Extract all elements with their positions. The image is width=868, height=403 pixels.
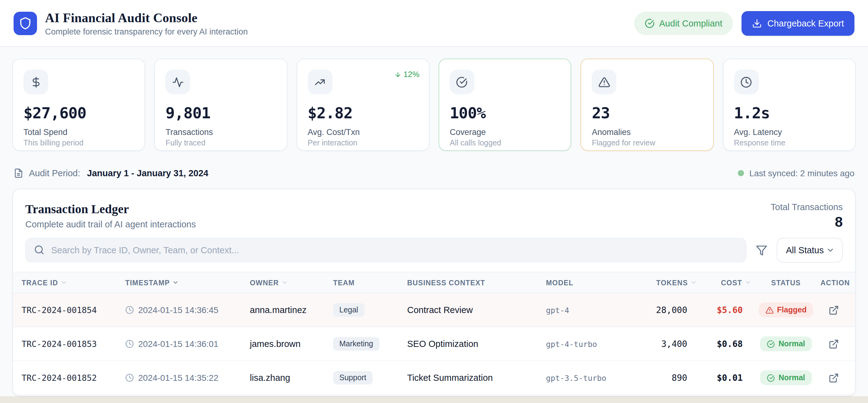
app: AI Financial Audit Console Complete fore… [0, 0, 868, 403]
column-header-timestamp[interactable]: TIMESTAMP [125, 279, 250, 286]
sync-status-text: Last synced: 2 minutes ago [749, 168, 855, 178]
stat-label: Total Spend [24, 128, 134, 137]
stat-label: Avg. Latency [734, 128, 844, 137]
model: gpt-3.5-turbo [546, 373, 632, 382]
business-context: Ticket Summarization [407, 373, 546, 383]
action-cell [820, 305, 846, 315]
clock-icon [125, 373, 134, 382]
stat-sublabel: Per interaction [308, 139, 418, 147]
stat-card-coverage: 100% Coverage All calls logged [439, 59, 571, 151]
stat-value: 1.2s [734, 104, 844, 122]
alert-triangle-icon [592, 70, 617, 94]
stat-value: 100% [450, 104, 560, 122]
column-header-trace-id[interactable]: TRACE ID [22, 279, 125, 286]
column-header-owner[interactable]: OWNER [250, 279, 333, 286]
stat-value: 9,801 [166, 104, 276, 122]
owner: anna.martinez [250, 305, 333, 315]
stat-sublabel: All calls logged [450, 139, 560, 147]
action-cell [820, 372, 846, 383]
main-content: $27,600 Total Spend This billing period … [0, 47, 868, 396]
app-logo [13, 11, 37, 35]
page-subtitle: Complete forensic transparency for every… [45, 27, 248, 36]
trending-up-icon [308, 70, 332, 94]
sync-status-dot [738, 170, 744, 176]
chargeback-export-button[interactable]: Chargeback Export [742, 11, 855, 35]
action-cell [820, 339, 846, 349]
tokens: 3,400 [632, 339, 697, 349]
page-bottom-strip [0, 396, 868, 403]
status-cell: Normal [751, 370, 820, 385]
audit-period-bar: Audit Period: January 1 - January 31, 20… [12, 164, 856, 182]
check-circle-icon [767, 340, 775, 348]
ledger-title: Transaction Ledger [25, 202, 843, 216]
timestamp: 2024-01-15 14:35:22 [125, 373, 250, 383]
column-header-cost[interactable]: COST [697, 279, 751, 286]
dollar-icon [24, 70, 48, 94]
delta-value: 12% [403, 70, 420, 79]
ledger-header: Transaction Ledger Complete audit trail … [13, 189, 855, 229]
stat-sublabel: Flagged for review [592, 139, 703, 147]
sort-chevron-icon [745, 279, 751, 286]
status-badge-flagged: Flagged [758, 303, 813, 317]
search-input[interactable] [25, 238, 746, 263]
chevron-down-icon [826, 246, 835, 255]
transaction-ledger-card: Transaction Ledger Complete audit trail … [12, 189, 856, 396]
audit-period-label: Audit Period: [29, 168, 80, 178]
status-cell: Normal [751, 336, 820, 351]
tokens: 28,000 [632, 305, 697, 315]
stat-label: Coverage [450, 128, 560, 137]
top-bar: AI Financial Audit Console Complete fore… [0, 0, 868, 47]
column-header-action: ACTION [820, 279, 850, 286]
sort-chevron-icon [173, 279, 179, 286]
check-circle-icon [450, 70, 474, 94]
column-header-team: TEAM [333, 279, 407, 286]
sort-chevron-icon [690, 279, 697, 286]
column-header-business-context: BUSINESS CONTEXT [407, 279, 546, 286]
stat-sublabel: Response time [734, 139, 844, 147]
owner: lisa.zhang [250, 373, 333, 383]
column-header-status: STATUS [751, 279, 820, 286]
total-transactions-value: 8 [771, 214, 843, 231]
timestamp: 2024-01-15 14:36:45 [125, 305, 250, 315]
stat-card-total-spend: $27,600 Total Spend This billing period [12, 59, 145, 151]
stat-sublabel: Fully traced [166, 139, 276, 147]
download-icon [752, 18, 762, 28]
check-circle-icon [644, 18, 654, 28]
model: gpt-4 [546, 305, 632, 314]
open-trace-button[interactable] [828, 339, 839, 349]
table-header-row: TRACE ID TIMESTAMP OWNER TEAM BUSINESS C… [13, 272, 855, 293]
stat-label: Anomalies [592, 128, 703, 137]
search-icon [34, 245, 44, 255]
ledger-toolbar: All Status [13, 238, 855, 263]
sort-chevron-icon [281, 279, 288, 286]
alert-triangle-icon [765, 306, 773, 314]
trace-id: TRC-2024-001853 [22, 339, 125, 349]
stat-card-avg-cost: 12% $2.82 Avg. Cost/Txn Per interaction [297, 59, 429, 151]
status-filter-select[interactable]: All Status [777, 238, 843, 263]
status-filter-value: All Status [786, 245, 824, 255]
open-trace-button[interactable] [828, 372, 839, 383]
clock-icon [734, 70, 758, 94]
stat-card-latency: 1.2s Avg. Latency Response time [723, 59, 856, 151]
column-header-model: MODEL [546, 279, 632, 286]
status-badge-normal: Normal [760, 336, 812, 351]
stat-value: $27,600 [24, 104, 134, 122]
arrow-down-icon [394, 71, 402, 78]
tokens: 890 [632, 373, 697, 383]
column-header-tokens[interactable]: TOKENS [632, 279, 697, 286]
open-trace-button[interactable] [828, 305, 839, 315]
cost: $0.68 [697, 339, 751, 349]
activity-icon [166, 70, 190, 94]
table-row: TRC-2024-001852 2024-01-15 14:35:22 lisa… [13, 361, 855, 395]
filter-icon [756, 244, 768, 256]
search-box [25, 238, 746, 263]
timestamp: 2024-01-15 14:36:01 [125, 339, 250, 349]
shield-icon [19, 16, 32, 30]
stat-card-transactions: 9,801 Transactions Fully traced [155, 59, 287, 151]
file-text-icon [13, 168, 24, 178]
cost: $5.60 [697, 305, 751, 315]
audit-period-value: January 1 - January 31, 2024 [87, 168, 208, 178]
clock-icon [125, 339, 134, 348]
table-row: TRC-2024-001853 2024-01-15 14:36:01 jame… [13, 327, 855, 361]
total-transactions: Total Transactions 8 [771, 202, 843, 231]
